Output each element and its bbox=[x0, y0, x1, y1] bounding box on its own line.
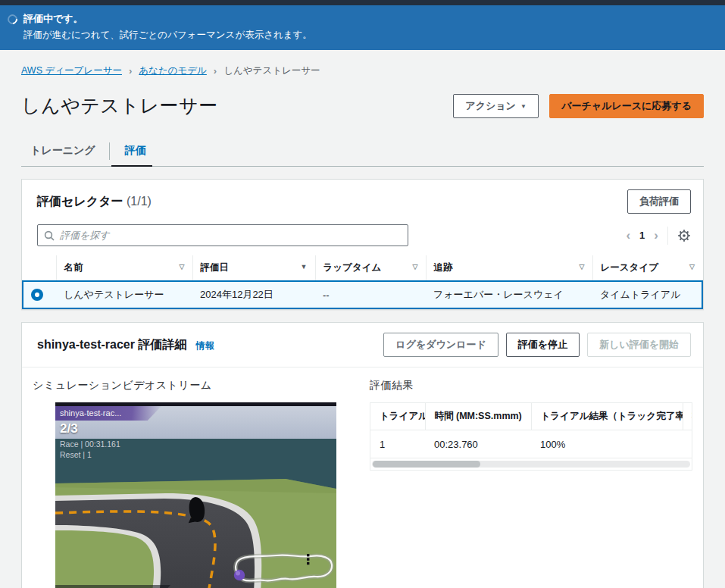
results-table-container: トライアル 時間 (MM:SS.mmm) トライアル結果（トラック完了率） 状態… bbox=[370, 402, 692, 471]
page-title: しんやテストレーサー bbox=[21, 93, 218, 118]
column-header-racetype[interactable]: レースタイプ ▽ bbox=[592, 255, 702, 281]
evaluation-selector-card: 評価セレクター (1/1) 負荷評価 評価を探す ‹ 1 › bbox=[21, 179, 704, 310]
search-input[interactable]: 評価を探す bbox=[37, 224, 408, 246]
enter-virtual-race-button[interactable]: バーチャルレースに応募する bbox=[549, 94, 704, 118]
results-header-result: トライアル結果（トラック完了率） bbox=[531, 403, 683, 430]
breadcrumb-link-deepracer[interactable]: AWS ディープレーサー bbox=[21, 64, 122, 77]
load-evaluation-button[interactable]: 負荷評価 bbox=[627, 189, 691, 214]
row-select-radio[interactable] bbox=[31, 289, 43, 301]
page-number[interactable]: 1 bbox=[639, 230, 645, 241]
evaluations-table: 名前 ▽ 評価日 ▼ ラップタイム ▽ 追跡 ▽ レースタイプ ▽ しんやテスト… bbox=[22, 255, 703, 309]
tab-divider bbox=[109, 142, 110, 160]
column-header-date[interactable]: 評価日 ▼ bbox=[192, 255, 315, 281]
scrollbar-thumb[interactable] bbox=[373, 461, 480, 468]
breadcrumb-separator: › bbox=[214, 65, 217, 77]
results-table: トライアル 時間 (MM:SS.mmm) トライアル結果（トラック完了率） 状態… bbox=[370, 403, 692, 458]
results-header-time: 時間 (MM:SS.mmm) bbox=[425, 403, 531, 430]
filter-icon[interactable]: ▽ bbox=[180, 263, 185, 271]
tab-evaluation[interactable]: 評価 bbox=[111, 141, 152, 167]
breadcrumb-current: しんやテストレーサー bbox=[223, 64, 320, 77]
results-row: 1 00:23.760 100% ラップ完了 bbox=[370, 430, 692, 458]
evaluation-in-progress-banner: 評価中です。 評価が進むにつれて、試行ごとのパフォーマンスが表示されます。 bbox=[0, 5, 725, 50]
details-card-title: shinya-test-racer 評価詳細 情報 bbox=[37, 337, 214, 353]
pager-divider bbox=[667, 227, 668, 245]
reset-counter: Reset | 1 bbox=[60, 450, 92, 459]
video-section-title: シミュレーションビデオストリーム bbox=[33, 379, 370, 393]
evaluation-details-card: shinya-test-racer 評価詳細 情報 ログをダウンロード 評価を停… bbox=[21, 322, 704, 588]
filter-icon[interactable]: ▽ bbox=[689, 263, 695, 271]
results-cell-trial: 1 bbox=[370, 430, 425, 458]
filter-icon[interactable]: ▽ bbox=[580, 263, 585, 271]
lap-progress: 2/3 bbox=[60, 421, 78, 436]
cell-name: しんやテストレーサー bbox=[56, 281, 192, 308]
results-cell-status: ラップ完了 bbox=[683, 430, 692, 458]
search-placeholder: 評価を探す bbox=[60, 229, 110, 242]
browser-top-strip bbox=[0, 0, 725, 5]
cell-racetype: タイムトライアル bbox=[592, 281, 702, 308]
gear-icon[interactable] bbox=[677, 229, 691, 242]
actions-dropdown-button[interactable]: アクション▼ bbox=[453, 94, 538, 118]
stop-evaluation-button[interactable]: 評価を停止 bbox=[506, 333, 580, 357]
horizontal-scrollbar[interactable] bbox=[372, 461, 690, 468]
selector-card-title: 評価セレクター (1/1) bbox=[37, 194, 152, 210]
info-link[interactable]: 情報 bbox=[196, 340, 214, 351]
column-header-name[interactable]: 名前 ▽ bbox=[56, 255, 192, 281]
table-row[interactable]: しんやテストレーサー 2024年12月22日 -- フォーエバー・レースウェイ … bbox=[23, 281, 702, 308]
filter-icon[interactable]: ▽ bbox=[413, 263, 418, 271]
select-column-header bbox=[23, 255, 56, 281]
results-cell-time: 00:23.760 bbox=[425, 430, 531, 458]
banner-title: 評価中です。 bbox=[23, 12, 312, 26]
chevron-down-icon: ▼ bbox=[520, 103, 527, 110]
column-header-laptime[interactable]: ラップタイム ▽ bbox=[315, 255, 426, 281]
results-header-status: 状態 bbox=[683, 403, 692, 430]
start-new-evaluation-button: 新しい評価を開始 bbox=[587, 333, 691, 357]
tab-bar: トレーニング 評価 bbox=[21, 141, 704, 167]
breadcrumb-separator: › bbox=[129, 65, 132, 77]
video-model-name: shinya-test-rac... bbox=[55, 406, 161, 421]
cell-laptime: -- bbox=[315, 281, 426, 308]
car-position-dot bbox=[234, 570, 245, 580]
results-header-trial: トライアル bbox=[370, 403, 425, 430]
selector-count: (1/1) bbox=[127, 195, 152, 208]
simulation-scene bbox=[55, 402, 336, 588]
results-section-title: 評価結果 bbox=[370, 379, 692, 393]
video-top-bar bbox=[55, 402, 336, 406]
cell-track: フォーエバー・レースウェイ bbox=[426, 281, 592, 308]
tab-training[interactable]: トレーニング bbox=[21, 141, 108, 166]
next-page-button[interactable]: › bbox=[654, 229, 658, 242]
cell-date: 2024年12月22日 bbox=[192, 281, 315, 308]
search-icon bbox=[44, 230, 55, 241]
breadcrumb-link-your-models[interactable]: あなたのモデル bbox=[139, 64, 207, 77]
banner-subtitle: 評価が進むにつれて、試行ごとのパフォーマンスが表示されます。 bbox=[23, 29, 312, 42]
race-timer: Race | 00:31.161 bbox=[60, 439, 120, 449]
column-header-track[interactable]: 追跡 ▽ bbox=[426, 255, 592, 281]
finish-line-icon bbox=[307, 554, 309, 565]
speed-readout: 01.98 m/s bbox=[55, 585, 170, 588]
spinner-icon bbox=[5, 12, 19, 26]
pagination: ‹ 1 › bbox=[626, 227, 691, 245]
simulation-video-stream: shinya-test-rac... 2/3 Race | 00:31.161 … bbox=[55, 402, 336, 588]
sort-desc-icon[interactable]: ▼ bbox=[301, 263, 308, 271]
results-cell-result: 100% bbox=[531, 430, 683, 458]
breadcrumb: AWS ディープレーサー › あなたのモデル › しんやテストレーサー bbox=[21, 64, 704, 77]
download-logs-button[interactable]: ログをダウンロード bbox=[383, 333, 498, 357]
previous-page-button[interactable]: ‹ bbox=[626, 229, 630, 242]
